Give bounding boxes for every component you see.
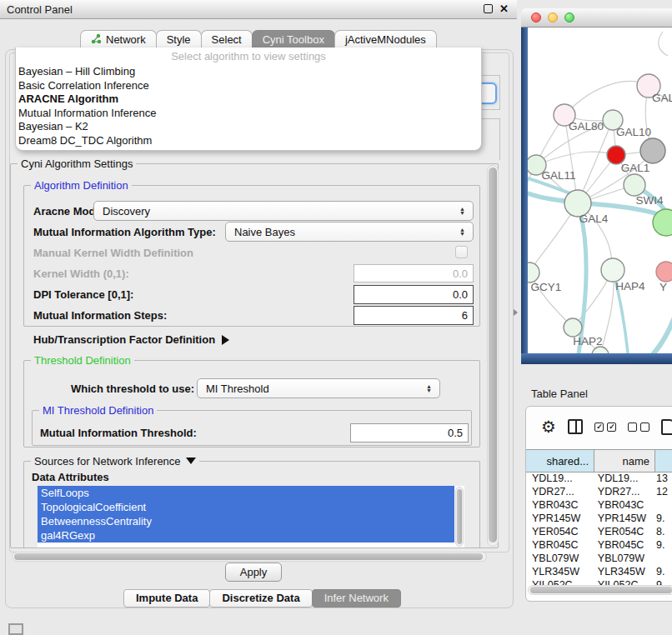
table-cell: YPR145W: [526, 512, 592, 526]
settings-horizontal-scrollbar[interactable]: [12, 552, 487, 562]
kernel-width-value: 0.0: [453, 268, 468, 280]
mi-threshold-field[interactable]: 0.5: [350, 423, 469, 442]
expand-right-icon: [222, 335, 229, 345]
data-attributes-list[interactable]: SelfLoopsTopologicalCoefficientBetweenne…: [38, 486, 464, 548]
unchecked-boxes-icon[interactable]: [628, 422, 649, 432]
tab-label: jActiveMNodules: [345, 33, 426, 46]
table-row[interactable]: YLR345WYLR345W9.: [526, 566, 672, 579]
sources-group-title[interactable]: Sources for Network Inference: [31, 455, 199, 468]
table-cell: YDL19...: [592, 472, 650, 486]
column-header-partial[interactable]: [655, 450, 672, 472]
manual-kernel-width-checkbox[interactable]: [455, 246, 468, 258]
settings-vertical-scrollbar[interactable]: [487, 165, 499, 547]
table-horizontal-scrollbar[interactable]: [528, 585, 672, 595]
column-header-shared...[interactable]: shared...: [526, 450, 594, 472]
algorithm-option[interactable]: Dream8 DC_TDC Algorithm: [16, 134, 481, 148]
table-cell: YBR043C: [526, 499, 592, 512]
attribute-list-scrollbar[interactable]: [455, 487, 464, 547]
mi-steps-value: 6: [462, 309, 468, 322]
document-icon[interactable]: [661, 419, 672, 435]
float-panel-icon[interactable]: [484, 4, 493, 13]
node-salmon[interactable]: [656, 262, 672, 282]
table-row[interactable]: YBL079WYBL079W: [526, 552, 672, 566]
network-window-titlebar[interactable]: [521, 8, 672, 28]
node-gal1[interactable]: [624, 174, 645, 196]
node-hap2[interactable]: [564, 318, 582, 337]
gear-icon[interactable]: ⚙: [541, 418, 556, 435]
kernel-width-field[interactable]: 0.0: [354, 264, 474, 282]
table-row[interactable]: YER054CYER054C8.: [526, 526, 672, 539]
mi-threshold-group-title: MI Threshold Definition: [39, 404, 157, 417]
data-attributes-label: Data Attributes: [32, 471, 109, 483]
apply-button[interactable]: Apply: [225, 562, 282, 582]
minimize-traffic-light-icon[interactable]: [548, 12, 558, 22]
column-header-name[interactable]: name: [594, 450, 655, 472]
network-view-window: GALGAL80GAL10GAL1GAL11SWI4GAL4GCY1HAP4YH…: [521, 8, 672, 364]
mi-algorithm-type-value: Naive Bayes: [234, 226, 295, 238]
zoom-traffic-light-icon[interactable]: [564, 12, 574, 22]
mi-steps-field[interactable]: 6: [354, 306, 474, 325]
table-cell: 9.: [650, 539, 672, 552]
table-row[interactable]: YDR27...YDR27...12: [526, 486, 672, 499]
table-rows: YDL19...YDL19...13YDR27...YDR27...12YBR0…: [526, 472, 672, 585]
node-hap4[interactable]: [601, 258, 624, 282]
close-panel-icon[interactable]: ✕: [499, 3, 509, 14]
attribute-list-item[interactable]: gal4RGexp: [38, 528, 454, 542]
node-label-swi4: SWI4: [635, 194, 663, 207]
table-cell: YBR045C: [526, 539, 592, 552]
aracne-mode-combo[interactable]: Discovery ▲▼: [93, 201, 474, 221]
algorithm-option[interactable]: Mutual Information Inference: [16, 107, 481, 121]
dpi-tolerance-value: 0.0: [453, 288, 468, 301]
table-row[interactable]: YBR045CYBR045C9.: [526, 539, 672, 552]
table-cell: 9.: [650, 566, 672, 579]
node-label-gcy1: GCY1: [531, 281, 562, 293]
bottom-tab-infer-network[interactable]: Infer Network: [312, 589, 401, 608]
tab-style[interactable]: Style: [156, 30, 202, 49]
table-header-row: shared...name: [526, 449, 672, 472]
algorithm-option[interactable]: Bayesian – Hill Climbing: [16, 65, 481, 79]
bottom-tab-discretize-data[interactable]: Discretize Data: [209, 589, 312, 608]
algorithm-dropdown: Select algorithm to view settings Bayesi…: [15, 48, 482, 151]
table-cell: 9.: [650, 512, 672, 526]
tab-select[interactable]: Select: [201, 30, 253, 49]
network-icon: [91, 33, 102, 44]
bottom-tab-impute-data[interactable]: Impute Data: [123, 589, 210, 608]
table-row[interactable]: YIL052CYIL052C9: [526, 579, 672, 585]
table-row[interactable]: YBR043CYBR043C: [526, 499, 672, 512]
table-cell: YER054C: [526, 526, 592, 539]
close-traffic-light-icon[interactable]: [531, 12, 541, 22]
table-cell: YBL079W: [592, 552, 650, 566]
algorithm-option[interactable]: Basic Correlation Inference: [16, 79, 481, 93]
table-row[interactable]: YDL19...YDL19...13: [526, 472, 672, 486]
kernel-width-label: Kernel Width (0,1):: [33, 268, 129, 280]
tab-jactivemnodules[interactable]: jActiveMNodules: [334, 30, 437, 49]
checked-boxes-icon[interactable]: ✓✓: [594, 422, 616, 432]
dpi-tolerance-field[interactable]: 0.0: [354, 285, 474, 304]
attribute-list-item[interactable]: BetweennessCentrality: [38, 514, 454, 528]
node-gray[interactable]: [640, 138, 665, 163]
tab-network[interactable]: Network: [80, 30, 157, 49]
node-label-gal4: GAL4: [579, 212, 609, 225]
table-toolbar: ⚙ ✓✓: [526, 407, 672, 447]
application-root: Control Panel ✕ NetworkStyleSelectCyni T…: [0, 0, 672, 635]
table-row[interactable]: YPR145WYPR145W9.: [526, 512, 672, 526]
network-canvas[interactable]: GALGAL80GAL10GAL1GAL11SWI4GAL4GCY1HAP4YH…: [528, 28, 672, 353]
hub-definition-expander[interactable]: Hub/Transcription Factor Definition: [33, 333, 229, 346]
tab-cyni-toolbox[interactable]: Cyni Toolbox: [252, 30, 335, 49]
stepper-icon: ▲▼: [459, 228, 465, 236]
algorithm-option[interactable]: ARACNE Algorithm: [16, 92, 481, 107]
table-panel-title: Table Panel: [531, 388, 588, 400]
table-cell: 8.: [650, 526, 672, 539]
attribute-list-item[interactable]: TopologicalCoefficient: [38, 500, 454, 514]
which-threshold-label: Which threshold to use:: [71, 382, 194, 395]
control-panel-titlebar: Control Panel ✕: [0, 0, 517, 19]
node-gcy1[interactable]: [528, 262, 539, 282]
attribute-list-item[interactable]: SelfLoops: [38, 486, 454, 500]
which-threshold-combo[interactable]: MI Threshold ▲▼: [197, 378, 440, 398]
dock-stub-icon[interactable]: [8, 623, 23, 635]
splitpane-arrow-icon[interactable]: [514, 309, 518, 316]
algorithm-option[interactable]: Bayesian – K2: [16, 120, 481, 134]
mi-algorithm-type-combo[interactable]: Naive Bayes ▲▼: [225, 222, 474, 242]
which-threshold-value: MI Threshold: [206, 382, 269, 395]
column-layout-icon[interactable]: [568, 419, 583, 434]
